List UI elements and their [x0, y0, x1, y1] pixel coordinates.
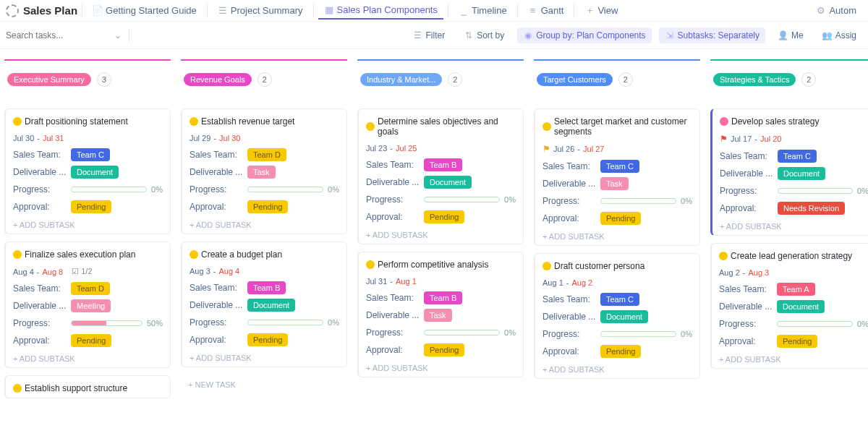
card-title-text: Create lead generation strategy	[731, 251, 852, 261]
field-tag[interactable]: Pending	[600, 345, 641, 358]
task-card[interactable]: Finalize sales execution planAug 4 - Aug…	[4, 241, 171, 368]
add-subtask-button[interactable]: + ADD SUBTASK	[13, 353, 163, 363]
tab-gantt[interactable]: ≡Gantt	[522, 2, 570, 19]
field-tag[interactable]: Pending	[71, 200, 111, 213]
field-tag[interactable]: Pending	[247, 333, 288, 346]
chevron-down-icon[interactable]: ⌄	[114, 30, 122, 40]
field-tag[interactable]: Task	[600, 177, 629, 190]
progress-bar[interactable]: 0%	[247, 185, 339, 194]
date-start: Jul 26	[553, 145, 574, 153]
task-card[interactable]: Determine sales objectives and goalsJul …	[357, 108, 524, 244]
card-field-row: Sales Team:Team B	[190, 283, 339, 293]
task-card[interactable]: Create lead generation strategyAug 2 - A…	[710, 243, 868, 369]
field-tag[interactable]: Team B	[424, 291, 462, 304]
card-dates: Aug 1 - Aug 2	[542, 278, 692, 287]
add-subtask-button[interactable]: + ADD SUBTASK	[720, 221, 868, 231]
field-tag[interactable]: Team C	[600, 160, 639, 173]
field-tag[interactable]: Document	[600, 310, 648, 323]
field-tag[interactable]: Task	[247, 166, 276, 179]
add-subtask-button[interactable]: + ADD SUBTASK	[190, 219, 339, 229]
add-subtask-button[interactable]: + ADD SUBTASK	[542, 364, 692, 374]
field-tag[interactable]: Pending	[247, 200, 288, 213]
tab-view[interactable]: +View	[579, 2, 624, 19]
add-subtask-button[interactable]: + ADD SUBTASK	[542, 231, 692, 241]
column-title-pill[interactable]: Target Customers	[537, 73, 613, 86]
field-tag[interactable]: Document	[71, 166, 119, 179]
card-field-row: Deliverable ...Document	[13, 167, 163, 177]
card-field-row: Approval:Needs Revision	[720, 203, 868, 213]
field-tag[interactable]: Document	[778, 167, 825, 180]
field-tag[interactable]: Meeting	[71, 299, 111, 312]
column-header: Executive Summary3	[4, 68, 171, 108]
automations-button[interactable]: ⚙ Autom	[810, 2, 862, 19]
task-card[interactable]: Develop sales strategy⚑Jul 17 - Jul 20Sa…	[710, 108, 868, 236]
field-tag[interactable]: Document	[247, 299, 295, 312]
field-tag[interactable]: Pending	[424, 210, 464, 223]
column-title-pill[interactable]: Industry & Market...	[360, 73, 442, 86]
field-tag[interactable]: Team B	[424, 158, 462, 171]
top-toolbar: Sales Plan 📄Getting Started Guide☰Projec…	[0, 0, 868, 22]
column-title-pill[interactable]: Executive Summary	[7, 73, 91, 86]
task-card[interactable]: Establish revenue targetJul 29 - Jul 30S…	[181, 108, 347, 234]
column-title-pill[interactable]: Strategies & Tactics	[713, 73, 796, 86]
progress-bar[interactable]: 0%	[778, 187, 868, 195]
field-tag[interactable]: Pending	[71, 334, 111, 347]
task-card[interactable]: Draft customer personaAug 1 - Aug 2Sales…	[534, 253, 700, 379]
add-subtask-button[interactable]: + ADD SUBTASK	[366, 229, 516, 239]
card-title-text: Draft customer persona	[554, 261, 644, 271]
field-tag[interactable]: Pending	[777, 335, 817, 348]
field-tag[interactable]: Team C	[600, 293, 639, 306]
task-card[interactable]: Perform competitive analysisJul 31 - Aug…	[357, 252, 524, 377]
tab-sales-plan-components[interactable]: ▦Sales Plan Components	[318, 1, 443, 20]
add-subtask-button[interactable]: + ADD SUBTASK	[13, 219, 163, 229]
field-tag[interactable]: Document	[424, 176, 472, 189]
field-tag[interactable]: Needs Revision	[778, 202, 845, 215]
subtasks-chip[interactable]: ⇲Subtasks: Separately	[659, 27, 765, 43]
progress-bar[interactable]: 50%	[71, 319, 163, 328]
tab-timeline[interactable]: ⎯Timeline	[453, 2, 513, 19]
progress-bar[interactable]: 0%	[777, 320, 868, 328]
tab-project-summary[interactable]: ☰Project Summary	[212, 2, 309, 19]
card-title-text: Select target market and customer segmen…	[554, 116, 692, 137]
field-tag[interactable]: Document	[777, 300, 825, 313]
progress-bar[interactable]: 0%	[600, 197, 692, 205]
field-label: Progress:	[190, 184, 243, 195]
group-icon: ◉	[523, 30, 533, 40]
task-card[interactable]: Create a budget planAug 3 - Aug 4Sales T…	[181, 241, 347, 367]
add-subtask-button[interactable]: + ADD SUBTASK	[719, 354, 868, 364]
task-card[interactable]: Establish support structure	[4, 375, 171, 398]
field-tag[interactable]: Pending	[600, 212, 641, 225]
field-tag[interactable]: Team B	[247, 281, 286, 294]
assignee-filter[interactable]: 👥Assig	[817, 27, 862, 43]
me-filter[interactable]: 👤Me	[773, 27, 809, 43]
filter-button[interactable]: ☰Filter	[407, 27, 451, 43]
add-subtask-button[interactable]: + ADD SUBTASK	[190, 352, 339, 362]
new-task-button[interactable]: + NEW TASK	[181, 375, 347, 395]
field-label: Progress:	[542, 329, 596, 339]
sort-button[interactable]: ⇅Sort by	[458, 27, 510, 43]
progress-bar[interactable]: 0%	[71, 185, 163, 194]
card-field-row: Approval:Pending	[366, 212, 516, 222]
add-subtask-button[interactable]: + ADD SUBTASK	[366, 362, 516, 372]
column-title-pill[interactable]: Revenue Goals	[184, 73, 252, 86]
progress-bar[interactable]: 0%	[247, 318, 339, 327]
tab-getting-started-guide[interactable]: 📄Getting Started Guide	[87, 2, 203, 19]
field-tag[interactable]: Team D	[247, 148, 286, 161]
people-icon: 👥	[822, 30, 833, 40]
search-input[interactable]	[6, 30, 107, 40]
field-tag[interactable]: Team A	[777, 283, 815, 296]
field-label: Approval:	[13, 335, 67, 346]
progress-bar[interactable]: 0%	[600, 330, 692, 338]
card-field-row: Deliverable ...Task	[542, 179, 692, 189]
field-tag[interactable]: Pending	[424, 343, 464, 356]
field-tag[interactable]: Task	[424, 309, 452, 322]
task-card[interactable]: Draft positioning statementJul 30 - Jul …	[4, 108, 171, 234]
field-tag[interactable]: Team D	[71, 282, 110, 295]
group-by-chip[interactable]: ◉Group by: Plan Components	[517, 27, 651, 43]
progress-bar[interactable]: 0%	[424, 195, 516, 204]
field-tag[interactable]: Team C	[71, 148, 110, 161]
progress-bar[interactable]: 0%	[424, 328, 516, 337]
subtask-icon: ⇲	[665, 30, 675, 40]
task-card[interactable]: Select target market and customer segmen…	[534, 108, 700, 246]
field-tag[interactable]: Team C	[778, 150, 817, 163]
